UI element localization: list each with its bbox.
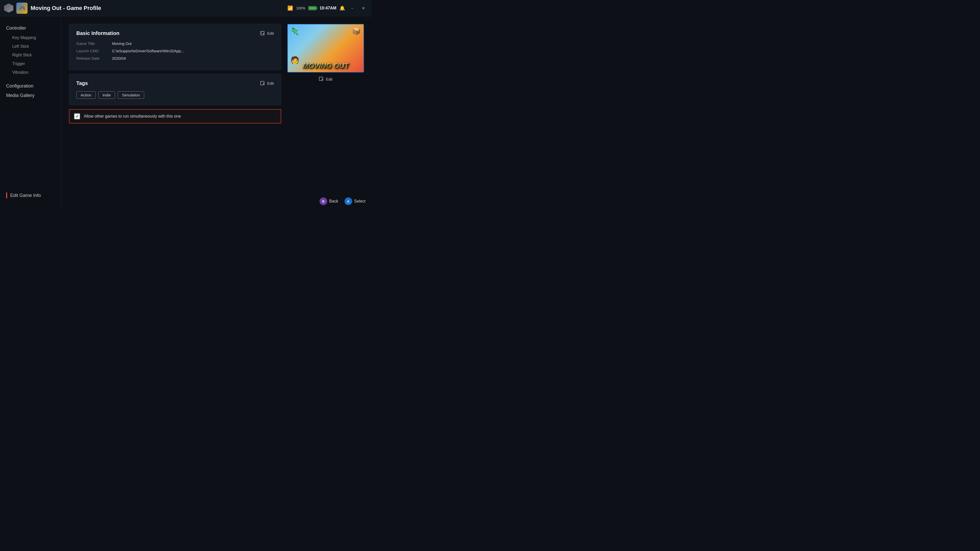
app-logo-icon (4, 3, 13, 13)
svg-rect-1 (261, 81, 264, 85)
tags-container: Action Indie Simulation (76, 91, 274, 99)
tag-action: Action (76, 91, 96, 99)
window-title: Moving Out - Game Profile (30, 5, 287, 11)
active-indicator (6, 192, 7, 198)
sidebar-bottom: Edit Game Info (0, 190, 61, 200)
sidebar-item-vibration[interactable]: Vibration (0, 68, 61, 77)
content-area: Basic Information Edit Game Title Moving… (61, 16, 372, 208)
allow-simultaneous-label: Allow other games to run simultaneously … (84, 114, 181, 119)
sidebar-item-edit-game-info[interactable]: Edit Game Info (0, 190, 61, 200)
allow-simultaneous-checkbox[interactable]: ✓ (74, 113, 80, 119)
tags-header: Tags Edit (76, 80, 274, 86)
launch-cmd-row: Launch CMD C:\eSupport\eDriver\Software\… (76, 49, 274, 53)
battery-indicator (308, 6, 317, 10)
minimize-button[interactable]: − (348, 4, 356, 12)
configuration-section-header: Configuration (0, 82, 61, 90)
tags-edit-label: Edit (267, 81, 274, 86)
sidebar-item-left-stick[interactable]: Left Stick (0, 42, 61, 51)
launch-cmd-label: Launch CMD (76, 49, 112, 53)
game-icon: 🎮 (16, 3, 27, 14)
edit-game-info-label: Edit Game Info (10, 193, 41, 198)
select-label: Select (354, 199, 366, 203)
game-artwork: 🦎 📦 🧑 MOVING OUT (287, 24, 364, 73)
notification-icon[interactable]: 🔔 (339, 5, 345, 11)
clock: 10:47AM (320, 6, 336, 11)
tags-card: Tags Edit Action Indie Simulation (69, 74, 281, 105)
release-date-value: 2020/04 (112, 56, 126, 60)
select-button[interactable]: A Select (345, 197, 366, 205)
wifi-icon: 📶 (287, 5, 293, 11)
right-panel: 🦎 📦 🧑 MOVING OUT Edit (287, 24, 364, 203)
game-art-title-overlay: MOVING OUT (290, 62, 361, 70)
battery-icon (308, 6, 317, 10)
art-character-2: 📦 (352, 27, 361, 35)
select-button-icon: A (345, 197, 352, 205)
bottom-bar: B Back A Select (313, 194, 372, 208)
game-title-label: Game Title (76, 41, 112, 46)
basic-info-title: Basic Information (76, 30, 119, 36)
allow-simultaneous-checkbox-row[interactable]: ✓ Allow other games to run simultaneousl… (69, 109, 281, 124)
sidebar-item-key-mapping[interactable]: Key Mapping (0, 33, 61, 42)
game-title-value: Moving Out (112, 41, 132, 46)
sidebar-item-right-stick[interactable]: Right Stick (0, 51, 61, 59)
tag-simulation: Simulation (118, 91, 144, 99)
controller-section-header: Controller (0, 24, 61, 32)
art-character-1: 🦎 (290, 27, 299, 35)
sidebar-item-trigger[interactable]: Trigger (0, 59, 61, 68)
battery-percent: 100% (296, 6, 305, 10)
artwork-edit-icon (319, 76, 324, 82)
title-bar: 🎮 Moving Out - Game Profile 📶 100% 10:47… (0, 0, 372, 16)
basic-info-card: Basic Information Edit Game Title Moving… (69, 24, 281, 70)
basic-info-edit-label: Edit (267, 31, 274, 35)
left-panel: Basic Information Edit Game Title Moving… (69, 24, 281, 203)
sidebar: Controller Key Mapping Left Stick Right … (0, 16, 61, 208)
close-button[interactable]: ✕ (360, 4, 368, 12)
artwork-edit-button[interactable]: Edit (319, 76, 332, 82)
artwork-edit-label: Edit (326, 77, 332, 81)
battery-fill (309, 7, 316, 10)
tags-title: Tags (76, 80, 88, 86)
edit-icon (260, 31, 265, 36)
release-date-label: Release Date (76, 56, 112, 60)
tags-edit-icon (260, 81, 265, 86)
release-date-row: Release Date 2020/04 (76, 56, 274, 60)
tag-indie: Indie (98, 91, 115, 99)
back-label: Back (329, 199, 339, 203)
game-title-row: Game Title Moving Out (76, 41, 274, 46)
game-art-title: MOVING OUT (302, 62, 349, 70)
svg-rect-0 (261, 32, 264, 35)
svg-rect-2 (319, 77, 323, 81)
back-button[interactable]: B Back (320, 197, 339, 205)
launch-cmd-value: C:\eSupport\eDriver\Software\Win32App... (112, 49, 184, 53)
media-gallery-section-header: Media Gallery (0, 91, 61, 100)
titlebar-right: 📶 100% 10:47AM 🔔 − ✕ (287, 4, 368, 12)
basic-info-edit-button[interactable]: Edit (260, 31, 274, 36)
tags-edit-button[interactable]: Edit (260, 81, 274, 86)
main-layout: Controller Key Mapping Left Stick Right … (0, 16, 372, 208)
back-button-icon: B (320, 197, 327, 205)
basic-info-header: Basic Information Edit (76, 30, 274, 36)
